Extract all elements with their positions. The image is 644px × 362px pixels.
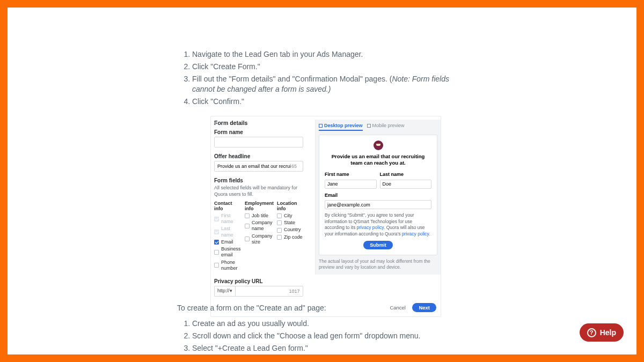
privacy-url-label: Privacy policy URL [214,278,304,284]
form-fields-label: Form fields [214,178,304,183]
help-label: Help [600,328,616,337]
preview-lastname-label: Last name [380,172,432,177]
form-builder-screenshot: ✕ Form details Form name Offer headline … [210,116,441,317]
preview-disclaimer: The actual layout of your ad may look di… [319,258,437,270]
close-icon[interactable]: ✕ [213,120,218,127]
offer-headline-input[interactable] [214,161,303,172]
preview-email-input[interactable] [325,200,431,209]
checkbox-city[interactable]: City [277,213,304,219]
section2-intro: To create a form on the "Create an ad" p… [177,304,478,312]
checkbox-last-name: Last name [214,226,241,238]
quora-privacy-policy-link[interactable]: privacy policy [402,231,429,237]
offer-headline-count: 65 [291,164,297,169]
checkbox-business-email[interactable]: Business email [214,246,241,258]
form-fields-note: All selected fields will be mandatory fo… [214,185,304,197]
step-1: Navigate to the Lead Gen tab in your Ads… [192,49,472,60]
section2-step-1: Create an ad as you usually would. [192,319,478,329]
checkbox-job-title[interactable]: Job title [245,213,274,219]
tab-desktop-preview[interactable]: Desktop preview [319,123,363,131]
section-title: Form details [214,120,304,126]
checkbox-zip[interactable]: Zip code [277,234,304,240]
checkbox-state[interactable]: State [277,220,304,226]
preview-headline: Provide us an email that our recruiting … [325,153,431,166]
step-2: Click "Create Form." [192,62,472,72]
col-header: Contact info [214,201,241,211]
submit-button[interactable]: Submit [363,241,393,249]
instruction-list-2: To create a form on the "Create an ad" p… [177,304,478,356]
location-info-column: Location info City State Country Zip cod… [277,201,304,272]
form-details-pane: Form details Form name Offer headline 65 [214,120,309,299]
col-header: Location info [277,201,304,211]
consent-text: By clicking "Submit", you agree to send … [325,212,431,237]
privacy-url-input[interactable] [235,286,303,297]
tab-mobile-preview[interactable]: Mobile preview [367,123,405,131]
step-3: Fill out the "Form details" and "Confirm… [192,74,472,94]
desktop-icon [319,124,323,128]
help-icon: ? [587,328,596,337]
checkbox-email[interactable]: Email [214,239,241,245]
step-3-text: Fill out the "Form details" and "Confirm… [192,75,392,83]
checkbox-company-size[interactable]: Company size [245,233,274,246]
preview-card: Provide us an email that our recruiting … [319,135,437,255]
preview-pane: Desktop preview Mobile preview Provide u… [315,120,441,275]
preview-email-label: Email [325,193,431,198]
checkbox-country[interactable]: Country [277,227,304,233]
section2-step-2: Scroll down and click the "Choose a lead… [192,331,478,341]
preview-firstname-label: First name [325,172,377,177]
avatar-icon [374,141,383,150]
preview-firstname-input[interactable] [325,180,377,189]
form-name-label: Form name [214,129,304,135]
url-scheme-select[interactable]: http://▾ [214,286,235,297]
privacy-policy-link[interactable]: privacy policy [357,225,384,230]
mobile-icon [367,124,371,128]
checkbox-first-name: First name [214,213,241,225]
checkbox-phone[interactable]: Phone number [214,260,241,272]
employment-info-column: Employment info Job title Company name C… [245,201,274,272]
checkbox-company-name[interactable]: Company name [245,220,274,232]
step-4: Click "Confirm." [192,97,472,107]
instruction-list-1: Navigate to the Lead Gen tab in your Ads… [177,49,472,317]
section2-step-3: Select "+Create a Lead Gen form." [192,343,478,353]
contact-info-column: Contact info First name Last name Email … [214,201,241,272]
help-button[interactable]: ? Help [580,323,624,342]
col-header: Employment info [245,201,274,211]
offer-headline-label: Offer headline [214,153,304,159]
preview-lastname-input[interactable] [380,180,432,189]
form-name-input[interactable] [214,137,303,147]
